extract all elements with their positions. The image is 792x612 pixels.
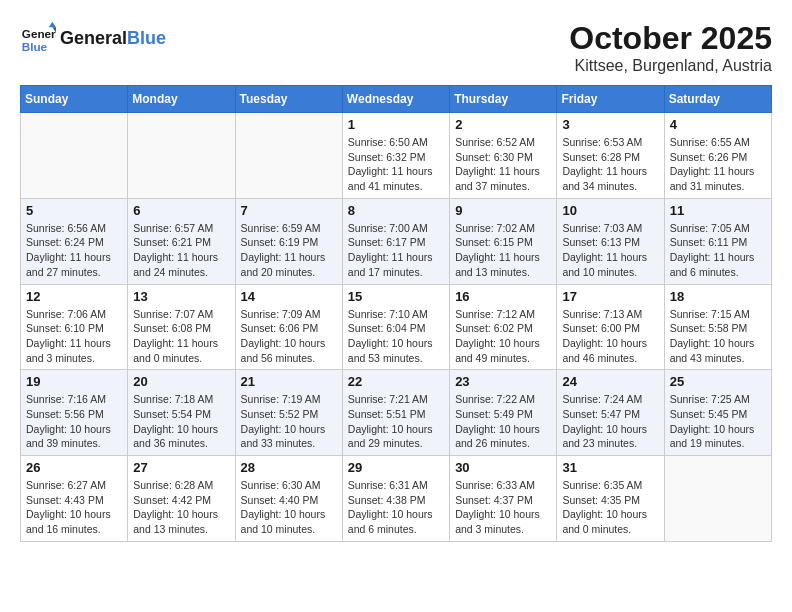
day-number: 14 <box>241 289 337 304</box>
table-row: 8Sunrise: 7:00 AM Sunset: 6:17 PM Daylig… <box>342 198 449 284</box>
day-number: 18 <box>670 289 766 304</box>
day-number: 20 <box>133 374 229 389</box>
day-number: 22 <box>348 374 444 389</box>
col-wednesday: Wednesday <box>342 86 449 113</box>
day-info: Sunrise: 7:02 AM Sunset: 6:15 PM Dayligh… <box>455 221 551 280</box>
col-tuesday: Tuesday <box>235 86 342 113</box>
day-info: Sunrise: 6:27 AM Sunset: 4:43 PM Dayligh… <box>26 478 122 537</box>
day-number: 12 <box>26 289 122 304</box>
day-number: 24 <box>562 374 658 389</box>
table-row: 13Sunrise: 7:07 AM Sunset: 6:08 PM Dayli… <box>128 284 235 370</box>
day-number: 17 <box>562 289 658 304</box>
day-number: 26 <box>26 460 122 475</box>
table-row: 1Sunrise: 6:50 AM Sunset: 6:32 PM Daylig… <box>342 113 449 199</box>
day-number: 6 <box>133 203 229 218</box>
day-info: Sunrise: 6:53 AM Sunset: 6:28 PM Dayligh… <box>562 135 658 194</box>
day-number: 5 <box>26 203 122 218</box>
day-number: 28 <box>241 460 337 475</box>
day-info: Sunrise: 6:30 AM Sunset: 4:40 PM Dayligh… <box>241 478 337 537</box>
day-number: 1 <box>348 117 444 132</box>
calendar-week-row: 5Sunrise: 6:56 AM Sunset: 6:24 PM Daylig… <box>21 198 772 284</box>
day-number: 19 <box>26 374 122 389</box>
table-row: 17Sunrise: 7:13 AM Sunset: 6:00 PM Dayli… <box>557 284 664 370</box>
day-number: 11 <box>670 203 766 218</box>
table-row: 3Sunrise: 6:53 AM Sunset: 6:28 PM Daylig… <box>557 113 664 199</box>
col-saturday: Saturday <box>664 86 771 113</box>
table-row: 25Sunrise: 7:25 AM Sunset: 5:45 PM Dayli… <box>664 370 771 456</box>
table-row: 28Sunrise: 6:30 AM Sunset: 4:40 PM Dayli… <box>235 456 342 542</box>
day-number: 9 <box>455 203 551 218</box>
svg-marker-2 <box>49 22 56 27</box>
day-info: Sunrise: 7:24 AM Sunset: 5:47 PM Dayligh… <box>562 392 658 451</box>
table-row <box>21 113 128 199</box>
table-row: 18Sunrise: 7:15 AM Sunset: 5:58 PM Dayli… <box>664 284 771 370</box>
day-number: 4 <box>670 117 766 132</box>
logo: General Blue General Blue <box>20 20 166 56</box>
day-info: Sunrise: 7:16 AM Sunset: 5:56 PM Dayligh… <box>26 392 122 451</box>
day-info: Sunrise: 7:03 AM Sunset: 6:13 PM Dayligh… <box>562 221 658 280</box>
table-row: 15Sunrise: 7:10 AM Sunset: 6:04 PM Dayli… <box>342 284 449 370</box>
page-header: General Blue General Blue October 2025 K… <box>20 20 772 75</box>
table-row: 19Sunrise: 7:16 AM Sunset: 5:56 PM Dayli… <box>21 370 128 456</box>
day-info: Sunrise: 7:09 AM Sunset: 6:06 PM Dayligh… <box>241 307 337 366</box>
table-row: 27Sunrise: 6:28 AM Sunset: 4:42 PM Dayli… <box>128 456 235 542</box>
table-row: 14Sunrise: 7:09 AM Sunset: 6:06 PM Dayli… <box>235 284 342 370</box>
month-title: October 2025 <box>569 20 772 57</box>
table-row: 9Sunrise: 7:02 AM Sunset: 6:15 PM Daylig… <box>450 198 557 284</box>
table-row: 26Sunrise: 6:27 AM Sunset: 4:43 PM Dayli… <box>21 456 128 542</box>
day-number: 3 <box>562 117 658 132</box>
table-row: 10Sunrise: 7:03 AM Sunset: 6:13 PM Dayli… <box>557 198 664 284</box>
logo-blue: Blue <box>127 28 166 49</box>
table-row: 4Sunrise: 6:55 AM Sunset: 6:26 PM Daylig… <box>664 113 771 199</box>
table-row: 21Sunrise: 7:19 AM Sunset: 5:52 PM Dayli… <box>235 370 342 456</box>
table-row: 6Sunrise: 6:57 AM Sunset: 6:21 PM Daylig… <box>128 198 235 284</box>
day-number: 23 <box>455 374 551 389</box>
calendar-week-row: 19Sunrise: 7:16 AM Sunset: 5:56 PM Dayli… <box>21 370 772 456</box>
day-info: Sunrise: 6:31 AM Sunset: 4:38 PM Dayligh… <box>348 478 444 537</box>
day-info: Sunrise: 7:15 AM Sunset: 5:58 PM Dayligh… <box>670 307 766 366</box>
table-row <box>235 113 342 199</box>
day-info: Sunrise: 6:52 AM Sunset: 6:30 PM Dayligh… <box>455 135 551 194</box>
table-row: 11Sunrise: 7:05 AM Sunset: 6:11 PM Dayli… <box>664 198 771 284</box>
col-thursday: Thursday <box>450 86 557 113</box>
day-number: 10 <box>562 203 658 218</box>
day-info: Sunrise: 6:56 AM Sunset: 6:24 PM Dayligh… <box>26 221 122 280</box>
title-block: October 2025 Kittsee, Burgenland, Austri… <box>569 20 772 75</box>
table-row: 22Sunrise: 7:21 AM Sunset: 5:51 PM Dayli… <box>342 370 449 456</box>
day-info: Sunrise: 7:00 AM Sunset: 6:17 PM Dayligh… <box>348 221 444 280</box>
logo-icon: General Blue <box>20 20 56 56</box>
day-number: 29 <box>348 460 444 475</box>
table-row: 24Sunrise: 7:24 AM Sunset: 5:47 PM Dayli… <box>557 370 664 456</box>
day-info: Sunrise: 7:18 AM Sunset: 5:54 PM Dayligh… <box>133 392 229 451</box>
col-monday: Monday <box>128 86 235 113</box>
calendar-week-row: 12Sunrise: 7:06 AM Sunset: 6:10 PM Dayli… <box>21 284 772 370</box>
day-number: 30 <box>455 460 551 475</box>
location-subtitle: Kittsee, Burgenland, Austria <box>569 57 772 75</box>
col-friday: Friday <box>557 86 664 113</box>
table-row <box>128 113 235 199</box>
day-info: Sunrise: 6:33 AM Sunset: 4:37 PM Dayligh… <box>455 478 551 537</box>
table-row: 16Sunrise: 7:12 AM Sunset: 6:02 PM Dayli… <box>450 284 557 370</box>
day-info: Sunrise: 6:50 AM Sunset: 6:32 PM Dayligh… <box>348 135 444 194</box>
day-info: Sunrise: 7:21 AM Sunset: 5:51 PM Dayligh… <box>348 392 444 451</box>
day-info: Sunrise: 6:59 AM Sunset: 6:19 PM Dayligh… <box>241 221 337 280</box>
table-row: 31Sunrise: 6:35 AM Sunset: 4:35 PM Dayli… <box>557 456 664 542</box>
table-row: 7Sunrise: 6:59 AM Sunset: 6:19 PM Daylig… <box>235 198 342 284</box>
table-row: 23Sunrise: 7:22 AM Sunset: 5:49 PM Dayli… <box>450 370 557 456</box>
table-row: 5Sunrise: 6:56 AM Sunset: 6:24 PM Daylig… <box>21 198 128 284</box>
calendar-week-row: 26Sunrise: 6:27 AM Sunset: 4:43 PM Dayli… <box>21 456 772 542</box>
day-info: Sunrise: 7:13 AM Sunset: 6:00 PM Dayligh… <box>562 307 658 366</box>
day-number: 27 <box>133 460 229 475</box>
day-number: 16 <box>455 289 551 304</box>
day-number: 7 <box>241 203 337 218</box>
day-info: Sunrise: 6:28 AM Sunset: 4:42 PM Dayligh… <box>133 478 229 537</box>
col-sunday: Sunday <box>21 86 128 113</box>
day-info: Sunrise: 6:35 AM Sunset: 4:35 PM Dayligh… <box>562 478 658 537</box>
day-info: Sunrise: 7:12 AM Sunset: 6:02 PM Dayligh… <box>455 307 551 366</box>
table-row: 12Sunrise: 7:06 AM Sunset: 6:10 PM Dayli… <box>21 284 128 370</box>
calendar-table: Sunday Monday Tuesday Wednesday Thursday… <box>20 85 772 542</box>
svg-text:General: General <box>22 27 56 40</box>
day-number: 21 <box>241 374 337 389</box>
day-number: 15 <box>348 289 444 304</box>
calendar-week-row: 1Sunrise: 6:50 AM Sunset: 6:32 PM Daylig… <box>21 113 772 199</box>
